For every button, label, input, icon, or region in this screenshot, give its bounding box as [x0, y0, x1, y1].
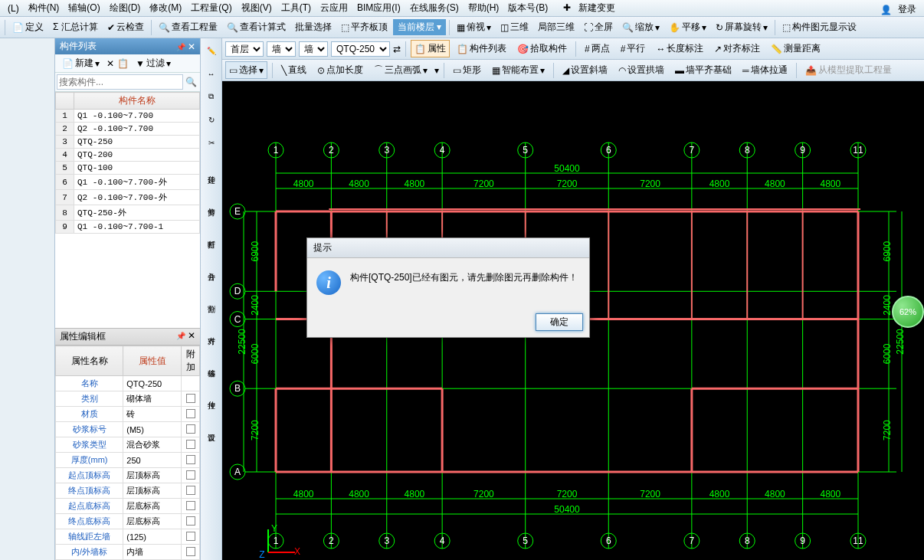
table-row[interactable]: 砂浆类型混合砂浆: [56, 437, 200, 453]
view-formula-btn[interactable]: 🔍 查看计算式: [223, 18, 290, 36]
break-btn[interactable]: 打断: [202, 221, 221, 248]
table-row[interactable]: 起点底标高层底标高: [56, 499, 200, 514]
table-row[interactable]: 起点顶标高层顶标高: [56, 468, 200, 483]
new-component-btn[interactable]: 📄 新建 ▾: [58, 54, 103, 72]
table-row[interactable]: 4QTQ-200: [56, 149, 200, 162]
table-row[interactable]: 轴线距左墙(125): [56, 529, 200, 545]
attr-btn[interactable]: 📋 属性: [411, 40, 450, 57]
table-row[interactable]: 5QTQ-100: [56, 162, 200, 175]
perspective-btn[interactable]: ▦ 俯视 ▾: [453, 18, 495, 36]
rotate-btn[interactable]: ↻ 屏幕旋转 ▾: [712, 18, 772, 36]
menu-item[interactable]: 在线服务(S): [405, 0, 464, 16]
align-dim-btn[interactable]: ↗ 对齐标注: [710, 40, 764, 57]
comp-list-btn[interactable]: 📋 构件列表: [453, 40, 510, 57]
new-change-btn[interactable]: ✚ 新建变更: [559, 0, 624, 16]
flat-top-btn[interactable]: ⬚ 平齐板顶: [337, 18, 392, 36]
menu-item[interactable]: 辅轴(O): [64, 0, 104, 16]
zoom-btn[interactable]: 🔍 缩放 ▾: [618, 18, 664, 36]
line-btn[interactable]: ╲ 直线: [277, 61, 310, 79]
fullscreen-btn[interactable]: ⛶ 全屏: [580, 18, 617, 36]
table-row[interactable]: 6Q1 -0.100~7.700-外: [56, 175, 200, 190]
comp-select[interactable]: QTQ-250: [331, 41, 390, 57]
slant-btn[interactable]: ◢ 设置斜墙: [559, 61, 611, 79]
measure-btn[interactable]: 📏 测量距离: [767, 40, 824, 57]
table-row[interactable]: 1Q1 -0.100~7.700: [56, 110, 200, 123]
pick-comp-btn[interactable]: 🎯 拾取构件: [513, 40, 571, 57]
table-row[interactable]: 终点底标高层底标高: [56, 514, 200, 529]
menu-item[interactable]: 版本号(B): [503, 0, 552, 16]
menu-item[interactable]: (L): [3, 2, 24, 15]
swap-icon[interactable]: ⇄: [393, 44, 401, 54]
table-row[interactable]: 3QTQ-250: [56, 136, 200, 149]
mirror-icon[interactable]: ⧉: [202, 87, 221, 106]
rect-btn[interactable]: ▭ 矩形: [449, 61, 485, 79]
table-row[interactable]: 砂浆标号(M5): [56, 422, 200, 437]
table-row[interactable]: 内/外墙标内墙: [56, 545, 200, 560]
split-btn[interactable]: 分割: [202, 285, 221, 313]
parallel-btn[interactable]: # 平行: [617, 40, 650, 57]
copy-icon[interactable]: 📋: [117, 58, 129, 69]
table-row[interactable]: 8QTQ-250-外: [56, 205, 200, 221]
arch-btn[interactable]: ◠ 设置拱墙: [614, 61, 668, 79]
sum-calc-btn[interactable]: Σ 汇总计算: [49, 18, 102, 36]
tool-icon[interactable]: ✂: [202, 133, 221, 152]
delete-icon[interactable]: ✕: [106, 58, 114, 69]
cloud-check-btn[interactable]: ✔ 云检查: [103, 18, 148, 36]
menu-item[interactable]: 云应用: [316, 0, 352, 16]
menu-item[interactable]: 工具(T): [277, 0, 316, 16]
tool-icon[interactable]: ✏️: [202, 41, 221, 60]
menu-item[interactable]: 绘图(D): [105, 0, 146, 16]
search-icon[interactable]: 🔍: [183, 74, 198, 90]
cat2-select[interactable]: 墙: [299, 41, 328, 57]
table-row[interactable]: 9Q1 -0.100~7.700-1: [56, 221, 200, 234]
cat1-select[interactable]: 墙: [267, 41, 296, 57]
pt-len-btn[interactable]: ⊙ 点加长度: [313, 61, 367, 79]
table-row[interactable]: 名称QTQ-250: [56, 376, 200, 391]
menu-item[interactable]: 帮助(H): [464, 0, 504, 16]
3d-btn[interactable]: ◫ 三维: [496, 18, 532, 36]
smart-btn[interactable]: ▦ 智能布置 ▾: [488, 61, 549, 79]
tool-icon[interactable]: ↻: [202, 110, 221, 129]
table-row[interactable]: 厚度(mm)250: [56, 453, 200, 468]
progress-badge[interactable]: 62%: [892, 296, 924, 328]
batch-sel-btn[interactable]: 批量选择: [291, 18, 336, 36]
base-btn[interactable]: ▬ 墙平齐基础: [671, 61, 736, 79]
tool-icon[interactable]: ↔: [202, 64, 221, 83]
table-row[interactable]: 材质砖: [56, 407, 200, 422]
table-row[interactable]: 终点顶标高层顶标高: [56, 483, 200, 499]
login-btn[interactable]: 👤 登录: [880, 2, 921, 18]
close-icon[interactable]: ✕: [188, 330, 195, 341]
settings-btn[interactable]: 设置: [202, 414, 221, 441]
len-dim-btn[interactable]: ↔ 长度标注: [652, 40, 707, 57]
define-btn[interactable]: 📄 定义: [8, 18, 48, 36]
view-qty-btn[interactable]: 🔍 查看工程量: [155, 18, 221, 36]
stretch-btn[interactable]: 拉伸: [202, 382, 221, 409]
table-row[interactable]: 2Q2 -0.100~7.700: [56, 123, 200, 136]
extend-btn[interactable]: 延伸: [202, 156, 221, 184]
trim-btn[interactable]: 修剪: [202, 188, 221, 216]
menu-item[interactable]: BIM应用(I): [352, 0, 405, 16]
two-point-btn[interactable]: # 两点: [581, 40, 614, 57]
menu-item[interactable]: 视图(V): [237, 0, 277, 16]
floor-select[interactable]: 首层: [225, 41, 264, 57]
close-icon[interactable]: ✕: [188, 41, 195, 52]
local-3d-btn[interactable]: 局部三维: [534, 18, 578, 36]
pin-icon[interactable]: 📌: [176, 43, 185, 51]
merge-btn[interactable]: 合并: [202, 253, 221, 280]
select-btn[interactable]: ▭ 选择 ▾: [225, 61, 267, 79]
arc3-btn[interactable]: ⌒ 三点画弧 ▾: [370, 61, 431, 79]
filter-btn[interactable]: ▼ 过滤 ▾: [132, 54, 175, 72]
through-btn[interactable]: ═ 墙体拉通: [739, 61, 791, 79]
from-model-btn[interactable]: 📤 从模型提取工程量: [801, 61, 896, 79]
menu-item[interactable]: 修改(M): [145, 0, 186, 16]
search-input[interactable]: [57, 74, 183, 90]
comp-display-btn[interactable]: ⬚ 构件图元显示设: [778, 18, 860, 36]
offset-btn[interactable]: 偏移: [202, 349, 221, 377]
pin-icon[interactable]: 📌: [176, 332, 185, 340]
align-btn[interactable]: 对齐: [202, 317, 221, 345]
menu-item[interactable]: 工程量(Q): [186, 0, 236, 16]
ok-button[interactable]: 确定: [536, 313, 583, 331]
menu-item[interactable]: 构件(N): [24, 0, 64, 16]
table-row[interactable]: 7Q2 -0.100~7.700-外: [56, 190, 200, 205]
table-row[interactable]: 类别砌体墙: [56, 391, 200, 407]
